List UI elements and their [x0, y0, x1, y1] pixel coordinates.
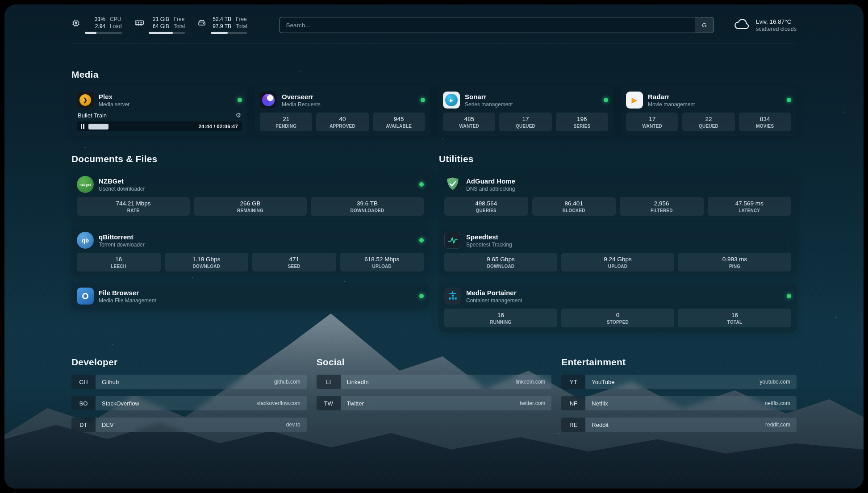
weather-condition: scattered clouds	[756, 26, 797, 32]
stat-value: 16	[79, 256, 159, 263]
bookmark-group-social: Social LI LinkedIn linkedin.com TW Twitt…	[317, 357, 552, 439]
stat-value: 39.6 TB	[313, 200, 422, 207]
disk-free-label: Free	[236, 16, 247, 23]
service-card-nzbget[interactable]: nzbget NZBGet Usenet downloader 744.21 M…	[71, 171, 429, 220]
stat-value: 266 GB	[196, 200, 305, 207]
memory-total-label: Total	[174, 23, 185, 30]
stat-label: DOWNLOADED	[313, 208, 422, 213]
search-input[interactable]	[280, 17, 695, 33]
service-name: AdGuard Home	[466, 177, 515, 185]
bookmark-name: Twitter	[347, 400, 364, 407]
overseerr-icon	[260, 92, 277, 109]
dashboard-screen: 31%CPU 2.94Load 21 GiBFree 64 GiBTotal	[4, 4, 864, 489]
stat-pending: 21PENDING	[260, 113, 312, 131]
section-utilities: Utilities AdGuard Home DNS and adblockin…	[439, 154, 797, 332]
section-title-utilities: Utilities	[439, 154, 797, 164]
stat-label: DOWNLOAD	[446, 264, 555, 269]
memory-widget: 21 GiBFree 64 GiBTotal	[134, 16, 185, 34]
bookmark-linkedin[interactable]: LI LinkedIn linkedin.com	[317, 375, 552, 389]
service-card-plex[interactable]: ❯ Plex Media server Bullet Train ⚙	[71, 87, 247, 136]
bookmark-url: github.com	[274, 379, 300, 385]
memory-ram-icon	[134, 19, 144, 28]
service-card-overseerr[interactable]: Overseerr Media Requests 21PENDING 40APP…	[255, 87, 430, 136]
bookmark-twitter[interactable]: TW Twitter twitter.com	[317, 396, 552, 410]
stat-label: REMAINING	[196, 208, 305, 213]
bookmark-github[interactable]: GH Github github.com	[71, 375, 307, 389]
dashboard-page: 31%CPU 2.94Load 21 GiBFree 64 GiBTotal	[71, 4, 797, 439]
weather-location: Lviv, 16.87°C	[756, 18, 797, 25]
service-card-radarr[interactable]: ▶ Radarr Movie management 17WANTED 22QUE…	[621, 87, 797, 136]
disk-drive-icon	[197, 19, 206, 28]
stat-value: 485	[445, 116, 493, 122]
service-card-filebrowser[interactable]: File Browser Media File Management	[71, 283, 429, 309]
cpu-load-label: Load	[110, 23, 122, 30]
stat-label: APPROVED	[318, 124, 367, 129]
stat-filtered: 2,956FILTERED	[620, 197, 704, 216]
service-subtitle: Container management	[466, 297, 522, 304]
weather-widget: Lviv, 16.87°C scattered clouds	[734, 17, 797, 33]
section-title-developer: Developer	[71, 357, 307, 368]
service-card-adguard[interactable]: AdGuard Home DNS and adblocking 498,564Q…	[439, 171, 797, 220]
stat-value: 471	[254, 256, 334, 263]
service-name: Radarr	[648, 93, 695, 100]
playback-progress-bar: 24:44 / 02:06:47	[77, 121, 242, 131]
stat-total: 16TOTAL	[678, 309, 791, 327]
stat-queued: 17QUEUED	[499, 113, 551, 131]
stat-label: TOTAL	[680, 320, 789, 325]
status-dot	[419, 294, 424, 298]
service-card-sonarr[interactable]: ▶ Sonarr Series management 485WANTED 17Q…	[438, 87, 613, 136]
stat-label: AVAILABLE	[375, 124, 423, 129]
bookmark-group-developer: Developer GH Github github.com SO StackO…	[71, 357, 307, 439]
adguard-shield-icon	[444, 176, 461, 193]
bookmark-abbr: DT	[71, 418, 96, 432]
cpu-percent-value: 31%	[85, 16, 105, 23]
service-subtitle: Movie management	[648, 101, 695, 108]
disk-total-label: Total	[236, 23, 247, 30]
stat-value: 2,956	[622, 200, 702, 207]
stat-value: 16	[446, 312, 555, 318]
stat-value: 618.52 Mbps	[342, 256, 422, 263]
stat-value: 196	[558, 116, 606, 122]
stat-ping: 0.993 msPING	[678, 253, 791, 272]
playback-time: 24:44 / 02:06:47	[199, 124, 238, 129]
stat-value: 40	[318, 116, 367, 122]
bookmark-abbr: RE	[561, 418, 585, 432]
stat-value: 0.993 ms	[680, 256, 789, 263]
bookmark-abbr: LI	[317, 375, 341, 389]
section-title-documents: Documents & Files	[71, 154, 429, 164]
bookmark-netflix[interactable]: NF Netflix netflix.com	[561, 396, 797, 410]
service-name: Plex	[99, 93, 129, 100]
stat-download: 1.19 GbpsDOWNLOAD	[165, 253, 249, 272]
service-card-portainer[interactable]: Media Portainer Container management 16R…	[439, 283, 797, 332]
stat-value: 945	[375, 116, 423, 122]
stat-leech: 16LEECH	[77, 253, 161, 272]
stat-value: 498,564	[446, 200, 526, 207]
bookmark-abbr: NF	[561, 396, 585, 410]
section-documents-files: Documents & Files nzbget NZBGet Usenet d…	[71, 154, 429, 332]
bookmark-stackoverflow[interactable]: SO StackOverflow stackoverflow.com	[71, 396, 307, 410]
service-card-qbittorrent[interactable]: qb qBittorrent Torrent downloader 16LEEC…	[71, 227, 429, 276]
stat-rate: 744.21 MbpsRATE	[77, 197, 190, 216]
cpu-load-value: 2.94	[85, 23, 105, 30]
bookmark-youtube[interactable]: YT YouTube youtube.com	[561, 375, 797, 389]
status-dot	[419, 238, 424, 242]
memory-progress-bar	[149, 32, 185, 34]
search-provider-button[interactable]: G	[695, 17, 714, 33]
now-playing-title: Bullet Train	[78, 112, 107, 119]
disk-readout: 52.4 TBFree 97.9 TBTotal	[211, 16, 247, 34]
stat-value: 9.24 Gbps	[563, 256, 672, 263]
stat-label: BLOCKED	[534, 208, 614, 213]
bookmark-dev[interactable]: DT DEV dev.to	[71, 418, 307, 432]
gear-icon[interactable]: ⚙	[235, 112, 241, 119]
stat-approved: 40APPROVED	[316, 113, 368, 131]
bookmark-name: YouTube	[592, 379, 614, 385]
stat-label: LATENCY	[709, 208, 790, 213]
stat-label: UPLOAD	[563, 264, 672, 269]
bookmark-reddit[interactable]: RE Reddit reddit.com	[561, 418, 797, 432]
service-subtitle: Speedtest Tracking	[466, 242, 512, 248]
service-subtitle: Media Requests	[282, 101, 321, 108]
service-name: Speedtest	[466, 233, 512, 241]
service-card-speedtest[interactable]: Speedtest Speedtest Tracking 9.65 GbpsDO…	[439, 227, 797, 276]
cpu-percent-label: CPU	[110, 16, 121, 23]
bookmark-url: youtube.com	[760, 379, 790, 385]
